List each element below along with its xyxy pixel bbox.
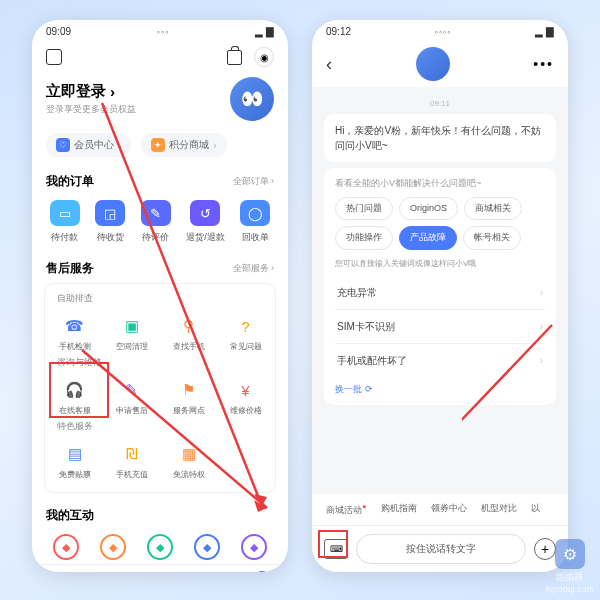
service-item[interactable]: ▤免费贴膜 xyxy=(47,439,102,484)
question-item[interactable]: 充电异常› xyxy=(335,276,545,310)
service-icon: ⚲ xyxy=(178,315,200,337)
refresh-button[interactable]: 换一批⟳ xyxy=(335,383,545,397)
chip-icon: ✦ xyxy=(151,138,165,152)
battery-icons: ▂ ▇ xyxy=(535,26,554,37)
tag-item[interactable]: 领券中心 xyxy=(431,502,467,517)
tag-list: 商城活动●购机指南领券中心机型对比以 xyxy=(312,494,568,525)
order-icon: ✎ xyxy=(141,200,171,226)
interact-icon[interactable]: ◆ xyxy=(147,534,173,560)
tab-item[interactable]: ⋯我的 xyxy=(253,571,271,572)
phone-left-profile: 09:09 ◦◦◦ ▂ ▇ ◉ 立即登录› 登录享受更多会员权益 ♡会员中心›✦… xyxy=(32,20,288,572)
tab-item[interactable]: ♡精选 xyxy=(49,571,67,572)
tab-icon: ◫ xyxy=(100,571,118,572)
tag-item[interactable]: 商城活动● xyxy=(326,502,367,517)
topic-chip[interactable]: 帐号相关 xyxy=(463,226,521,250)
back-icon[interactable]: ‹ xyxy=(326,54,332,75)
service-item[interactable]: ▦免流特权 xyxy=(161,439,216,484)
phone-right-chat: 09:12 ◦◦◦◦ ▂ ▇ ‹ ••• 09:11 Hi，亲爱的V粉，新年快乐… xyxy=(312,20,568,572)
service-subtitle: 咨询与维修 xyxy=(47,356,273,375)
battery-icons: ▂ ▇ xyxy=(255,26,274,37)
service-subtitle: 特色服务 xyxy=(47,420,273,439)
order-item[interactable]: ✎待评价 xyxy=(141,200,171,244)
service-row: ▤免费贴膜₪手机充值▦免流特权 xyxy=(47,439,273,484)
hint: 您可以直接输入关键词或像这样问小V哦 xyxy=(335,258,545,270)
login-row[interactable]: 立即登录› 登录享受更多会员权益 xyxy=(32,73,288,129)
chevron-right-icon: › xyxy=(540,353,543,368)
order-item[interactable]: ◲待收货 xyxy=(95,200,125,244)
service-subtitle: 自助排查 xyxy=(47,292,273,311)
service-item[interactable]: ☎手机检测 xyxy=(47,311,102,356)
interact-icon[interactable]: ◆ xyxy=(194,534,220,560)
question-item[interactable]: 手机或配件坏了› xyxy=(335,344,545,377)
tab-item[interactable]: ◎社区 xyxy=(151,571,169,572)
tab-icon: ♢ xyxy=(202,571,220,572)
service-item[interactable]: ₪手机充值 xyxy=(104,439,159,484)
service-row: ☎手机检测▣空间清理⚲查找手机?常见问题 xyxy=(47,311,273,356)
top-bar: ◉ xyxy=(32,41,288,73)
settings-icon[interactable] xyxy=(46,49,62,65)
tab-icon: ◎ xyxy=(151,571,169,572)
tab-icon: ⋯ xyxy=(253,571,271,572)
service-icon: ▤ xyxy=(64,443,86,465)
service-header: 售后服务 全部服务 › xyxy=(32,254,288,283)
service-more[interactable]: 全部服务 › xyxy=(233,262,275,275)
avatar[interactable] xyxy=(230,77,274,121)
topic-chip[interactable]: 热门问题 xyxy=(335,197,393,221)
router-icon: ⚙ xyxy=(555,539,585,569)
cart-icon[interactable] xyxy=(227,50,242,65)
service-title: 售后服务 xyxy=(46,260,94,277)
order-item[interactable]: ◯回收单 xyxy=(240,200,270,244)
service-item[interactable]: ⚑服务网点 xyxy=(161,375,216,420)
tag-item[interactable]: 以 xyxy=(531,502,540,517)
time: 09:09 xyxy=(46,26,71,37)
voice-input-button[interactable]: 按住说话转文字 xyxy=(356,534,526,564)
topic-chip[interactable]: 商城相关 xyxy=(464,197,522,221)
tag-item[interactable]: 购机指南 xyxy=(381,502,417,517)
interact-icon[interactable]: ◆ xyxy=(53,534,79,560)
chip[interactable]: ♡会员中心› xyxy=(46,133,131,157)
status-icons: ◦◦◦ xyxy=(157,27,170,37)
status-icons: ◦◦◦◦ xyxy=(435,27,452,37)
order-item[interactable]: ▭待付款 xyxy=(50,200,80,244)
question-list: 充电异常›SIM卡不识别›手机或配件坏了› xyxy=(335,276,545,377)
topic-chip[interactable]: OriginOS xyxy=(399,197,458,221)
order-item[interactable]: ↺退货/退款 xyxy=(186,200,225,244)
interact-icon[interactable]: ◆ xyxy=(100,534,126,560)
orders-title: 我的订单 xyxy=(46,173,94,190)
service-item[interactable]: ?常见问题 xyxy=(218,311,273,356)
service-item[interactable]: ▣空间清理 xyxy=(104,311,159,356)
interact-icon[interactable]: ◆ xyxy=(241,534,267,560)
status-bar: 09:12 ◦◦◦◦ ▂ ▇ xyxy=(312,20,568,41)
status-bar: 09:09 ◦◦◦ ▂ ▇ xyxy=(32,20,288,41)
service-icon: ? xyxy=(235,315,257,337)
service-icon: ☎ xyxy=(64,315,86,337)
tab-item[interactable]: ♢会员 xyxy=(202,571,220,572)
chip[interactable]: ✦积分商城› xyxy=(141,133,226,157)
orders-row: ▭待付款◲待收货✎待评价↺退货/退款◯回收单 xyxy=(32,196,288,254)
topic-chip[interactable]: 产品故障 xyxy=(399,226,457,250)
assistant-icon[interactable]: ◉ xyxy=(254,47,274,67)
login-title: 立即登录 xyxy=(46,82,106,101)
tag-item[interactable]: 机型对比 xyxy=(481,502,517,517)
tab-bar: ♡精选◫选购◎社区♢会员⋯我的 xyxy=(32,564,288,572)
question-item[interactable]: SIM卡不识别› xyxy=(335,310,545,344)
time: 09:12 xyxy=(326,26,351,37)
service-icon: ✎ xyxy=(121,379,143,401)
chips-row: ♡会员中心›✦积分商城› xyxy=(32,129,288,167)
keyboard-icon[interactable]: ⌨ xyxy=(324,539,348,559)
service-item[interactable]: ¥维修价格 xyxy=(218,375,273,420)
orders-more[interactable]: 全部订单 › xyxy=(233,175,275,188)
topics-bubble: 看看全能的小V都能解决什么问题吧~ 热门问题OriginOS商城相关功能操作产品… xyxy=(324,168,556,405)
topic-chip[interactable]: 功能操作 xyxy=(335,226,393,250)
service-item[interactable]: ⚲查找手机 xyxy=(161,311,216,356)
service-icon: ⚑ xyxy=(178,379,200,401)
chat-header: ‹ ••• xyxy=(312,41,568,87)
chip-icon: ♡ xyxy=(56,138,70,152)
more-icon[interactable]: ••• xyxy=(533,56,554,72)
chevron-right-icon: › xyxy=(540,285,543,300)
interact-header: 我的互动 xyxy=(32,501,288,530)
topics: 热门问题OriginOS商城相关功能操作产品故障帐号相关 xyxy=(335,197,545,250)
service-item[interactable]: 🎧在线客服 xyxy=(47,375,102,420)
service-item[interactable]: ✎申请售后 xyxy=(104,375,159,420)
tab-item[interactable]: ◫选购 xyxy=(100,571,118,572)
